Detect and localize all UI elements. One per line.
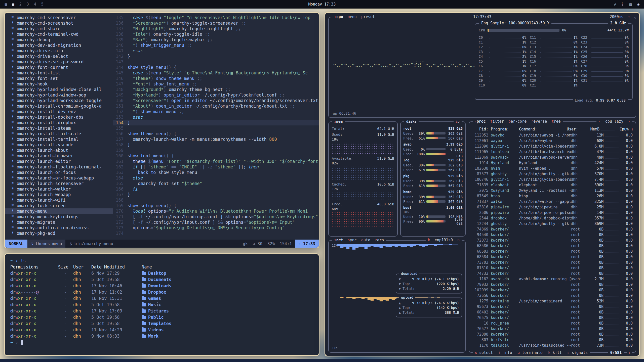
code-line[interactable]: 154} [113,120,319,125]
process-row[interactable]: 12244ghostty/usr/bin/ghostty --gtk-dhh86… [471,221,634,227]
code-line[interactable]: 153 esac [113,114,319,120]
omarchy-logo-icon[interactable]: ⊞ [5,2,7,7]
code-line[interactable]: 167} [113,192,319,197]
file-list-item[interactable]: *omarchy-install-tailscale [5,131,113,137]
sort-next-icon[interactable]: › [628,119,630,124]
file-list-item[interactable]: *omarchy-font-current [5,65,113,70]
file-list-item[interactable]: *omarchy-install-dropbox [5,120,113,125]
file-list-item[interactable]: *omarchy-drive-set-password [5,59,113,65]
process-row[interactable]: 81310kworker/root0B0.0 [471,265,634,271]
file-list-item[interactable]: *omarchy-install-dev-env [5,109,113,114]
scroll-down-icon[interactable]: ↓ [627,351,632,355]
file-list-item[interactable]: *omarchy-pkg-add [5,231,113,236]
process-row[interactable]: 803btrfs-trroot0B0.0 [471,337,634,343]
file-list-item[interactable]: *omarchy-migrate [5,219,113,225]
process-row[interactable]: 73703kworker/root0B0.0 [471,260,634,265]
process-row[interactable]: 1170tailscal/usr/sbin/tailscaled --root7… [471,343,634,348]
process-row[interactable]: 112052swaybg/usr/bin/swaybg -i /homdhh12… [471,132,634,138]
code-line[interactable]: 151 *About*) open_in_editor ~/.config/om… [113,103,319,109]
code-line[interactable]: 135 case $(menu "Toggle" "▢ Screensaver\… [113,15,319,20]
process-row[interactable]: 71835elephantelephantdhh390M0.0 [471,182,634,188]
process-row[interactable]: 72073kworker/root0B0.0 [471,238,634,243]
code-line[interactable]: 173 options="$options\n▥ Defaults\n◫ DNS… [113,225,319,231]
code-line[interactable]: 159 [113,148,319,153]
code-line[interactable]: 149 *Hyprland*) open_in_editor ~/.config… [113,92,319,98]
file-list-item[interactable]: *omarchy-hyprland-window-close-all [5,87,113,92]
process-row[interactable]: 95673kworker/root0B0.0 [471,304,634,309]
code-line[interactable]: 146 *Theme*) show_theme_menu ;; [113,76,319,81]
file-list-item[interactable]: *omarchy-launch-about [5,148,113,153]
code-line[interactable]: 160show_font_menu() { [113,153,319,159]
iface-next-key[interactable]: n [457,238,460,243]
process-row[interactable]: 102638nvimnvim --embed .dhh57M0.0 [471,166,634,171]
file-list-item[interactable]: *omarchy-debug [5,37,113,42]
code-line[interactable]: 165 omarchy-font-set "$theme" [113,181,319,186]
ls-entry[interactable]: drwxr-xr-x-dhh5 Oct 19:58Public [10,314,313,321]
process-row[interactable]: 71837walker/usr/bin/walker --gappldhh325… [471,199,634,204]
preset-button[interactable]: preset [361,14,375,19]
process-row[interactable]: 102099kworker/root0B0.0 [471,287,634,293]
code-line[interactable]: 158} [113,142,319,148]
code-line[interactable]: 170 local options="♪ Audio\n⇅ Wifi\nᛒ Bl… [113,208,319,214]
code-line[interactable]: 138 *Idle*) omarchy-toggle-idle ;; [113,31,319,37]
file-list-item[interactable]: *omarchy-install-chromium-google-a [5,103,113,109]
file-list-item[interactable]: *omarchy-launch-or-focus-webapp [5,175,113,181]
ls-entry[interactable]: drwxr-xr-x-dhh16 Nov 15:31Games [10,295,313,302]
code-line[interactable]: 166 fi [113,186,319,192]
ls-entry[interactable]: drwxr-xr-x-dhh6 Nov 17:29Desktop [10,270,313,277]
code-line[interactable]: 152 *) show_main_menu ;; [113,109,319,114]
menu-button[interactable]: menu [348,14,357,19]
file-list-item[interactable]: *omarchy-launch-or-focus [5,170,113,175]
code-line[interactable]: 145 case $(menu "Style" "◐ Theme\nA Font… [113,70,319,76]
code-line[interactable]: 164 else [113,175,319,181]
process-row[interactable]: 73656kworker/root0B0.0 [471,293,634,298]
net-interface-switcher[interactable]: b enp191s0 n [426,238,462,243]
file-list-item[interactable]: *omarchy-launch-floating-terminal- [5,164,113,170]
code-line[interactable]: 136 *Screensaver*) omarchy-toggle-screen… [113,20,319,26]
bluetooth-icon[interactable]: ᛒ [622,2,624,7]
code-line[interactable]: 142} [113,54,319,59]
update-interval-control[interactable]: - 2000ms + [601,14,632,19]
interval-plus-button[interactable]: + [628,14,630,19]
code-line[interactable]: 137 *Nightlight*) omarchy-toggle-nightli… [113,26,319,31]
file-list-item[interactable]: *omarchy-drive-select [5,54,113,59]
process-row[interactable]: 87649btopbtopdhh26M0.0 [471,193,634,199]
file-list-item[interactable]: *omarchy-install-steam [5,125,113,131]
process-row[interactable]: 79032kworker/root0B0.0 [471,282,634,287]
ls-entry[interactable]: drwx------@-dhh17 Nov 11:02Dropbox [10,289,313,295]
file-list-item[interactable]: *omarchy-install-docker-dbs [5,114,113,120]
proc-tree-button[interactable]: tree [551,119,560,124]
proc-footer-info[interactable]: i info [498,350,512,355]
workspace-item-2[interactable]: 2 [19,2,22,7]
code-line[interactable]: 169show_setup_menu() { [113,203,319,208]
ls-entry[interactable]: drwxr-xr-x-dhh5 Oct 19:58Documents [10,277,313,283]
file-list-item[interactable]: *omarchy-launch-browser [5,153,113,159]
git-branch[interactable]: ⌥ themes-menu [27,240,66,248]
net-auto-button[interactable]: auto [361,238,370,243]
io-mode-toggle[interactable]: io [454,119,462,124]
file-list-item[interactable]: *omarchy-lock-screen [5,203,113,208]
proc-reverse-button[interactable]: reverse [531,119,547,124]
power-icon[interactable]: ◉ [637,2,639,7]
code-line[interactable]: 155 [113,125,319,131]
ls-entry[interactable]: drwxr-xr-x-dhh9 Nov 08:33Work [10,333,313,339]
proc-footer-select[interactable]: ↹ select [475,350,493,355]
code-line[interactable]: 143 [113,59,319,65]
proc-sort-selector[interactable]: ‹ cpu lazy › [596,119,632,124]
file-list-item[interactable]: *omarchy-cmd-screenshot [5,20,113,26]
sort-prev-icon[interactable]: ‹ [598,119,601,124]
process-row[interactable]: 63816pipewire/usr/bin/pipewiredhh25M0.0 [471,204,634,210]
process-row[interactable]: 2506pipewire/usr/bin/pipewire-pulsedhh14… [471,210,634,215]
workspace-item-3[interactable]: 3 [27,2,29,7]
file-list-item[interactable]: *omarchy-launch-editor [5,159,113,164]
code-line[interactable]: 163 back_to show_style_menu [113,170,319,175]
code-line[interactable]: 172 [ -f ~/.config/hypr/input.conf ] && … [113,219,319,225]
battery-icon[interactable]: ▥ [629,2,632,7]
process-row[interactable]: 68584kworker/root0B0.0 [471,254,634,260]
net-sync-button[interactable]: sync [348,238,357,243]
process-row[interactable]: 74733kworker/root0B0.0 [471,271,634,276]
file-list-item[interactable]: *omarchy-launch-walker [5,186,113,192]
workspace-item-1[interactable]: ■ [12,2,14,7]
code-line[interactable]: 157 omarchy-launch-walker -m menus:omarc… [113,137,319,142]
file-list-item[interactable]: *omarchy-hook [5,81,113,87]
